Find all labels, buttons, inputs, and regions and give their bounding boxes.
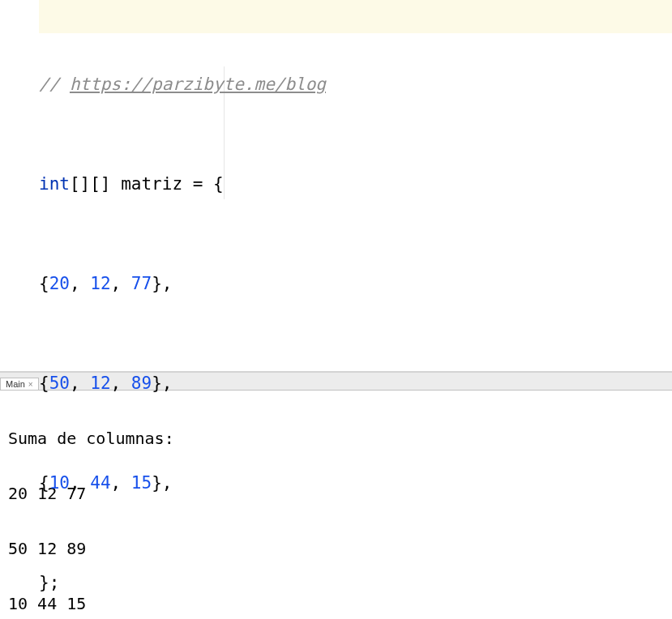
- highlighted-line: [39, 0, 672, 33]
- number: 12: [90, 367, 110, 400]
- tab-label: Main: [6, 379, 25, 389]
- code-line-row3[interactable]: {10, 44, 15},: [39, 467, 672, 500]
- code-content[interactable]: // https://parzibyte.me/blog int[][] mat…: [39, 0, 672, 619]
- keyword-int: int: [39, 168, 70, 201]
- number: 77: [131, 267, 152, 301]
- comment-url: https://parzibyte.me/blog: [70, 68, 326, 101]
- close-brace: };: [39, 566, 59, 600]
- number: 10: [49, 467, 70, 500]
- equals-brace: = {: [182, 168, 224, 201]
- number: 12: [90, 267, 110, 301]
- tab-main[interactable]: Main ×: [0, 378, 39, 390]
- code-line-decl[interactable]: int[][] matriz = {: [39, 168, 672, 201]
- close-icon[interactable]: ×: [28, 380, 33, 389]
- brackets: [][]: [70, 168, 111, 201]
- number: 44: [90, 467, 110, 500]
- editor-area: // https://parzibyte.me/blog int[][] mat…: [0, 0, 672, 371]
- comment-prefix: //: [39, 68, 70, 101]
- number: 89: [131, 367, 152, 400]
- editor-gutter: [0, 0, 39, 371]
- code-line-row2[interactable]: {50, 12, 89},: [39, 367, 672, 400]
- number: 20: [49, 267, 70, 301]
- code-line-comment[interactable]: // https://parzibyte.me/blog: [39, 68, 672, 101]
- number: 50: [49, 367, 70, 400]
- code-wrapper[interactable]: // https://parzibyte.me/blog int[][] mat…: [39, 0, 672, 371]
- number: 15: [131, 467, 152, 500]
- code-line-close[interactable]: };: [39, 566, 672, 600]
- code-line-row1[interactable]: {20, 12, 77},: [39, 267, 672, 301]
- ident-matriz: matriz: [121, 168, 182, 201]
